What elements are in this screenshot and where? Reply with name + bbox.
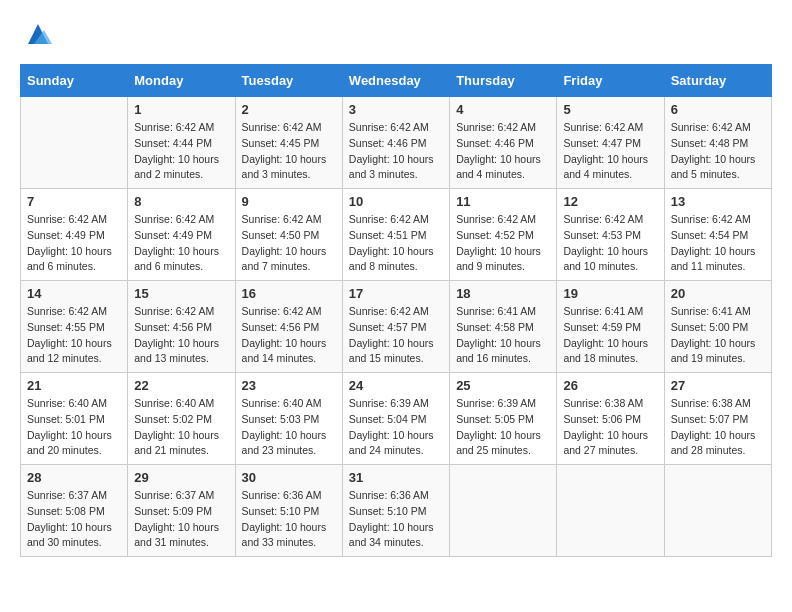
day-number: 9 (242, 194, 336, 209)
day-number: 16 (242, 286, 336, 301)
day-info: Sunrise: 6:42 AMSunset: 4:56 PMDaylight:… (242, 304, 336, 367)
header-cell-thursday: Thursday (450, 65, 557, 97)
day-cell: 21Sunrise: 6:40 AMSunset: 5:01 PMDayligh… (21, 373, 128, 465)
day-number: 17 (349, 286, 443, 301)
day-cell: 4Sunrise: 6:42 AMSunset: 4:46 PMDaylight… (450, 97, 557, 189)
day-number: 28 (27, 470, 121, 485)
day-cell: 12Sunrise: 6:42 AMSunset: 4:53 PMDayligh… (557, 189, 664, 281)
day-number: 26 (563, 378, 657, 393)
week-row-5: 28Sunrise: 6:37 AMSunset: 5:08 PMDayligh… (21, 465, 772, 557)
day-number: 31 (349, 470, 443, 485)
header-row: SundayMondayTuesdayWednesdayThursdayFrid… (21, 65, 772, 97)
day-number: 20 (671, 286, 765, 301)
day-cell: 27Sunrise: 6:38 AMSunset: 5:07 PMDayligh… (664, 373, 771, 465)
day-info: Sunrise: 6:38 AMSunset: 5:07 PMDaylight:… (671, 396, 765, 459)
day-number: 13 (671, 194, 765, 209)
day-number: 8 (134, 194, 228, 209)
header-cell-monday: Monday (128, 65, 235, 97)
day-info: Sunrise: 6:41 AMSunset: 4:58 PMDaylight:… (456, 304, 550, 367)
day-cell (21, 97, 128, 189)
day-info: Sunrise: 6:42 AMSunset: 4:50 PMDaylight:… (242, 212, 336, 275)
day-cell: 6Sunrise: 6:42 AMSunset: 4:48 PMDaylight… (664, 97, 771, 189)
day-info: Sunrise: 6:36 AMSunset: 5:10 PMDaylight:… (349, 488, 443, 551)
day-number: 22 (134, 378, 228, 393)
day-number: 5 (563, 102, 657, 117)
header-cell-saturday: Saturday (664, 65, 771, 97)
day-info: Sunrise: 6:42 AMSunset: 4:56 PMDaylight:… (134, 304, 228, 367)
header-cell-wednesday: Wednesday (342, 65, 449, 97)
day-info: Sunrise: 6:42 AMSunset: 4:49 PMDaylight:… (27, 212, 121, 275)
day-info: Sunrise: 6:42 AMSunset: 4:48 PMDaylight:… (671, 120, 765, 183)
day-cell: 20Sunrise: 6:41 AMSunset: 5:00 PMDayligh… (664, 281, 771, 373)
page-header (20, 20, 772, 48)
calendar-body: 1Sunrise: 6:42 AMSunset: 4:44 PMDaylight… (21, 97, 772, 557)
day-cell: 23Sunrise: 6:40 AMSunset: 5:03 PMDayligh… (235, 373, 342, 465)
day-number: 25 (456, 378, 550, 393)
day-number: 11 (456, 194, 550, 209)
day-number: 1 (134, 102, 228, 117)
day-info: Sunrise: 6:37 AMSunset: 5:09 PMDaylight:… (134, 488, 228, 551)
calendar-table: SundayMondayTuesdayWednesdayThursdayFrid… (20, 64, 772, 557)
day-info: Sunrise: 6:39 AMSunset: 5:05 PMDaylight:… (456, 396, 550, 459)
day-cell: 24Sunrise: 6:39 AMSunset: 5:04 PMDayligh… (342, 373, 449, 465)
logo (20, 20, 52, 48)
week-row-1: 1Sunrise: 6:42 AMSunset: 4:44 PMDaylight… (21, 97, 772, 189)
day-cell: 19Sunrise: 6:41 AMSunset: 4:59 PMDayligh… (557, 281, 664, 373)
logo-icon (24, 20, 52, 48)
day-cell: 7Sunrise: 6:42 AMSunset: 4:49 PMDaylight… (21, 189, 128, 281)
day-number: 27 (671, 378, 765, 393)
day-cell: 14Sunrise: 6:42 AMSunset: 4:55 PMDayligh… (21, 281, 128, 373)
day-number: 10 (349, 194, 443, 209)
day-number: 29 (134, 470, 228, 485)
day-cell: 18Sunrise: 6:41 AMSunset: 4:58 PMDayligh… (450, 281, 557, 373)
day-number: 4 (456, 102, 550, 117)
week-row-3: 14Sunrise: 6:42 AMSunset: 4:55 PMDayligh… (21, 281, 772, 373)
day-info: Sunrise: 6:42 AMSunset: 4:49 PMDaylight:… (134, 212, 228, 275)
day-info: Sunrise: 6:40 AMSunset: 5:02 PMDaylight:… (134, 396, 228, 459)
day-cell: 29Sunrise: 6:37 AMSunset: 5:09 PMDayligh… (128, 465, 235, 557)
day-info: Sunrise: 6:36 AMSunset: 5:10 PMDaylight:… (242, 488, 336, 551)
day-info: Sunrise: 6:41 AMSunset: 4:59 PMDaylight:… (563, 304, 657, 367)
day-cell: 10Sunrise: 6:42 AMSunset: 4:51 PMDayligh… (342, 189, 449, 281)
day-info: Sunrise: 6:42 AMSunset: 4:51 PMDaylight:… (349, 212, 443, 275)
day-cell: 5Sunrise: 6:42 AMSunset: 4:47 PMDaylight… (557, 97, 664, 189)
day-number: 30 (242, 470, 336, 485)
day-cell: 1Sunrise: 6:42 AMSunset: 4:44 PMDaylight… (128, 97, 235, 189)
day-info: Sunrise: 6:42 AMSunset: 4:46 PMDaylight:… (349, 120, 443, 183)
day-info: Sunrise: 6:42 AMSunset: 4:47 PMDaylight:… (563, 120, 657, 183)
day-number: 15 (134, 286, 228, 301)
day-info: Sunrise: 6:42 AMSunset: 4:53 PMDaylight:… (563, 212, 657, 275)
day-info: Sunrise: 6:42 AMSunset: 4:45 PMDaylight:… (242, 120, 336, 183)
day-number: 7 (27, 194, 121, 209)
header-cell-sunday: Sunday (21, 65, 128, 97)
calendar-header: SundayMondayTuesdayWednesdayThursdayFrid… (21, 65, 772, 97)
day-cell: 11Sunrise: 6:42 AMSunset: 4:52 PMDayligh… (450, 189, 557, 281)
header-cell-tuesday: Tuesday (235, 65, 342, 97)
header-cell-friday: Friday (557, 65, 664, 97)
day-number: 12 (563, 194, 657, 209)
day-info: Sunrise: 6:42 AMSunset: 4:46 PMDaylight:… (456, 120, 550, 183)
day-cell (450, 465, 557, 557)
week-row-2: 7Sunrise: 6:42 AMSunset: 4:49 PMDaylight… (21, 189, 772, 281)
day-info: Sunrise: 6:38 AMSunset: 5:06 PMDaylight:… (563, 396, 657, 459)
day-cell: 13Sunrise: 6:42 AMSunset: 4:54 PMDayligh… (664, 189, 771, 281)
day-info: Sunrise: 6:37 AMSunset: 5:08 PMDaylight:… (27, 488, 121, 551)
day-cell: 22Sunrise: 6:40 AMSunset: 5:02 PMDayligh… (128, 373, 235, 465)
day-number: 18 (456, 286, 550, 301)
day-info: Sunrise: 6:42 AMSunset: 4:57 PMDaylight:… (349, 304, 443, 367)
day-number: 6 (671, 102, 765, 117)
day-info: Sunrise: 6:40 AMSunset: 5:03 PMDaylight:… (242, 396, 336, 459)
day-info: Sunrise: 6:39 AMSunset: 5:04 PMDaylight:… (349, 396, 443, 459)
day-cell: 9Sunrise: 6:42 AMSunset: 4:50 PMDaylight… (235, 189, 342, 281)
day-number: 23 (242, 378, 336, 393)
day-number: 19 (563, 286, 657, 301)
day-info: Sunrise: 6:40 AMSunset: 5:01 PMDaylight:… (27, 396, 121, 459)
day-number: 3 (349, 102, 443, 117)
day-cell (664, 465, 771, 557)
day-cell: 31Sunrise: 6:36 AMSunset: 5:10 PMDayligh… (342, 465, 449, 557)
day-cell: 8Sunrise: 6:42 AMSunset: 4:49 PMDaylight… (128, 189, 235, 281)
day-cell: 25Sunrise: 6:39 AMSunset: 5:05 PMDayligh… (450, 373, 557, 465)
day-info: Sunrise: 6:42 AMSunset: 4:55 PMDaylight:… (27, 304, 121, 367)
day-cell: 30Sunrise: 6:36 AMSunset: 5:10 PMDayligh… (235, 465, 342, 557)
day-cell: 28Sunrise: 6:37 AMSunset: 5:08 PMDayligh… (21, 465, 128, 557)
